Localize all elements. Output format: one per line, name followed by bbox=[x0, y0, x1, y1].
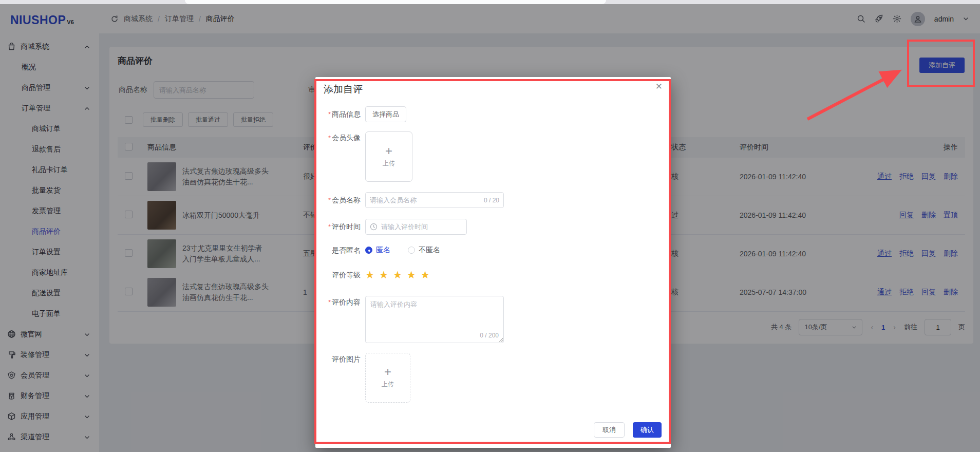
star-icon[interactable]: ★ bbox=[393, 269, 402, 280]
add-review-modal: 添加自评 ✕ *商品信息 选择商品 *会员头像 + 上传 *会员名称 0 / 2… bbox=[315, 77, 671, 448]
avatar-field-row: *会员头像 + 上传 bbox=[324, 131, 412, 182]
star-rating[interactable]: ★★★★★ bbox=[365, 269, 430, 280]
avatar-field-label: 会员头像 bbox=[332, 134, 361, 142]
confirm-button[interactable]: 确认 bbox=[633, 422, 662, 438]
content-char-counter: 0 / 200 bbox=[480, 332, 499, 339]
product-field-label: 商品信息 bbox=[332, 110, 361, 118]
modal-title: 添加自评 bbox=[324, 83, 363, 96]
browser-top-strip bbox=[0, 0, 980, 4]
star-icon[interactable]: ★ bbox=[421, 269, 430, 280]
review-time-label: 评价时间 bbox=[332, 222, 361, 231]
star-icon[interactable]: ★ bbox=[407, 269, 416, 280]
clock-icon bbox=[370, 223, 378, 231]
star-icon[interactable]: ★ bbox=[379, 269, 388, 280]
avatar-upload-box[interactable]: + 上传 bbox=[365, 131, 412, 182]
member-name-input[interactable] bbox=[365, 192, 504, 208]
close-icon[interactable]: ✕ bbox=[655, 82, 663, 91]
rating-label: 评价等级 bbox=[324, 269, 361, 280]
review-images-label: 评价图片 bbox=[324, 353, 361, 403]
anonymous-row: 是否匿名 匿名 不匿名 bbox=[324, 245, 440, 255]
upload-label: 上传 bbox=[382, 380, 394, 389]
review-time-input[interactable] bbox=[365, 219, 467, 235]
review-image-upload-box[interactable]: + 上传 bbox=[365, 353, 410, 403]
app-root: NIUSHOPV6 商城系统概况商品管理订单管理商城订单退款售后礼品卡订单批量发… bbox=[0, 0, 980, 452]
anonymous-yes-radio[interactable]: 匿名 bbox=[365, 246, 390, 255]
plus-icon: + bbox=[384, 367, 391, 377]
member-name-row: *会员名称 0 / 20 bbox=[324, 192, 504, 208]
review-images-row: 评价图片 + 上传 bbox=[324, 353, 410, 403]
select-product-button[interactable]: 选择商品 bbox=[365, 106, 406, 122]
anonymous-label: 是否匿名 bbox=[324, 245, 361, 255]
review-time-row: *评价时间 bbox=[324, 219, 467, 235]
plus-icon: + bbox=[385, 146, 392, 156]
name-char-counter: 0 / 20 bbox=[484, 197, 499, 204]
anonymous-no-radio[interactable]: 不匿名 bbox=[408, 246, 440, 255]
cancel-button[interactable]: 取消 bbox=[594, 422, 625, 438]
upload-label: 上传 bbox=[383, 159, 395, 168]
rating-row: 评价等级 ★★★★★ bbox=[324, 269, 430, 280]
browser-tab-hint bbox=[185, 0, 606, 4]
review-content-label: 评价内容 bbox=[332, 298, 361, 306]
product-field-row: *商品信息 选择商品 bbox=[324, 106, 406, 122]
modal-footer: 取消 确认 bbox=[594, 422, 662, 438]
member-name-label: 会员名称 bbox=[332, 196, 361, 204]
star-icon[interactable]: ★ bbox=[365, 269, 374, 280]
review-content-row: *评价内容 0 / 200 bbox=[324, 296, 504, 343]
